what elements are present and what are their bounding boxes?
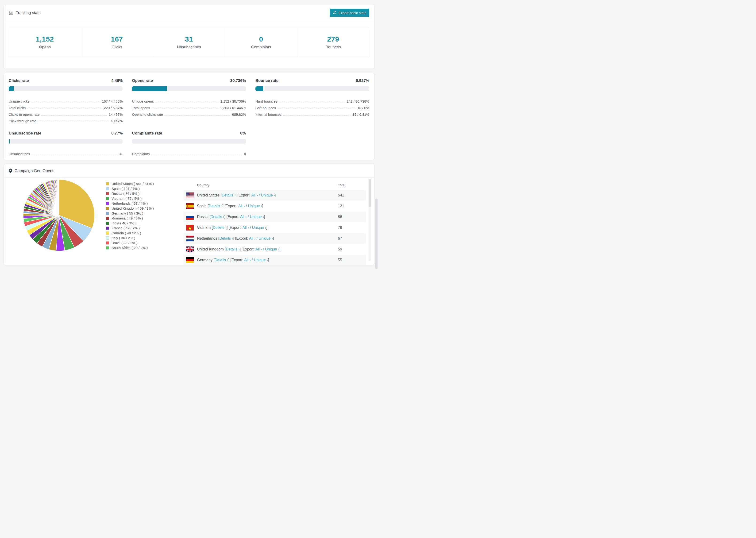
rate-section-complaints-rate: Complaints rate0%Complaints0 — [132, 131, 246, 156]
rate-row-value: 4.147% — [111, 119, 123, 123]
legend-label: Netherlands ( 67 / 4% ) — [112, 201, 148, 205]
rate-title: Bounce rate — [255, 79, 279, 83]
country-cell: United Kingdom [Details ›] [Export: All … — [197, 247, 280, 251]
dotted-leader — [283, 115, 351, 116]
legend-item-russia[interactable]: Russia ( 86 / 5% ) — [106, 191, 183, 196]
export-all-link[interactable]: All › — [243, 226, 249, 230]
summary-label: Complaints — [251, 45, 271, 50]
progress-bar-fill — [9, 86, 14, 91]
legend-item-france[interactable]: France ( 42 / 2% ) — [106, 226, 183, 231]
bracket: ] [ — [223, 204, 226, 208]
table-scrollbar-thumb[interactable] — [369, 179, 371, 207]
legend-swatch — [106, 222, 109, 225]
page-scrollbar-thumb[interactable] — [375, 198, 378, 269]
slash: / — [249, 226, 252, 230]
slash: / — [258, 193, 261, 197]
export-unique-link[interactable]: Unique › — [261, 193, 275, 197]
bracket: ] [ — [236, 193, 239, 197]
legend-item-netherlands[interactable]: Netherlands ( 67 / 4% ) — [106, 201, 183, 206]
table-row: United Kingdom [Details ›] [Export: All … — [183, 244, 366, 255]
details-link[interactable]: Details › — [213, 226, 227, 230]
rate-title: Clicks rate — [9, 79, 29, 83]
export-prefix: Export: — [228, 215, 240, 219]
rate-row-value: 242 / 86.738% — [347, 99, 369, 103]
summary-label: Clicks — [112, 45, 122, 50]
legend-item-romania[interactable]: Romania ( 49 / 3% ) — [106, 216, 183, 221]
summary-value: 1,152 — [36, 35, 54, 43]
country-cell: United States [Details ›] [Export: All ›… — [197, 193, 276, 197]
rate-row-value: 14.497% — [109, 112, 123, 116]
rate-row-value: 31 — [119, 152, 123, 156]
progress-bar-fill — [132, 86, 167, 91]
export-all-link[interactable]: All › — [249, 237, 255, 241]
rate-row: Total opens2,303 / 61.446% — [132, 103, 246, 110]
tracking-stats-title: Tracking stats — [9, 11, 40, 15]
legend-item-south-africa[interactable]: South Africa ( 29 / 2% ) — [106, 245, 183, 250]
rate-row-value: 19 / 6.81% — [352, 112, 369, 116]
total-cell: 121 — [338, 204, 366, 208]
details-link[interactable]: Details › — [222, 193, 236, 197]
page-title: Tracking stats — [16, 11, 40, 15]
details-link[interactable]: Details › — [226, 247, 240, 251]
export-unique-link[interactable]: Unique › — [265, 247, 279, 251]
rate-head: Unsubscribe rate0.77% — [9, 131, 123, 136]
country-name: Spain — [197, 204, 207, 208]
progress-bar-track — [255, 86, 369, 91]
export-prefix: Export: — [239, 193, 251, 197]
country-name: United States — [197, 193, 221, 197]
slash: / — [262, 247, 265, 251]
export-all-link[interactable]: All › — [251, 193, 258, 197]
export-all-link[interactable]: All › — [255, 247, 262, 251]
flag-icon-ru — [186, 214, 194, 220]
summary-cell-bounces: 279Bounces — [297, 28, 369, 57]
export-all-link[interactable]: All › — [240, 215, 247, 219]
bracket: ] [ — [228, 258, 231, 262]
legend-item-brazil[interactable]: Brazil ( 33 / 2% ) — [106, 241, 183, 245]
export-unique-link[interactable]: Unique › — [250, 215, 264, 219]
legend-label: Italy ( 36 / 2% ) — [112, 236, 135, 240]
total-cell: 55 — [338, 258, 366, 262]
details-link[interactable]: Details › — [219, 237, 233, 241]
legend-swatch — [106, 187, 109, 190]
table-row: Germany [Details ›] [Export: All › / Uni… — [183, 255, 366, 265]
export-all-link[interactable]: All › — [238, 204, 245, 208]
tracking-stats-header: Tracking stats Export basic stats — [4, 4, 374, 21]
export-all-link[interactable]: All › — [244, 258, 251, 262]
table-scrollbar[interactable] — [369, 179, 371, 261]
export-unique-link[interactable]: Unique › — [254, 258, 268, 262]
details-link[interactable]: Details › — [215, 258, 229, 262]
legend-item-vietnam[interactable]: Vietnam ( 79 / 5% ) — [106, 196, 183, 201]
rate-row: Opens to clicks rate689.82% — [132, 110, 246, 116]
bracket: ] [ — [240, 247, 243, 251]
export-unique-link[interactable]: Unique › — [258, 237, 273, 241]
rate-row-label: Soft bounces — [255, 106, 276, 110]
rate-rows: Unsubscribes31 — [9, 149, 123, 156]
summary-cell-complaints: 0Complaints — [225, 28, 297, 57]
legend-item-canada[interactable]: Canada ( 40 / 2% ) — [106, 231, 183, 236]
details-link[interactable]: Details › — [211, 215, 225, 219]
legend-label: Vietnam ( 79 / 5% ) — [112, 196, 141, 200]
legend-item-germany[interactable]: Germany ( 55 / 3% ) — [106, 211, 183, 216]
export-unique-link[interactable]: Unique › — [248, 204, 262, 208]
rate-value: 30.736% — [230, 79, 246, 83]
rate-row-label: Click through rate — [9, 119, 36, 123]
geo-table-header: Country Total — [183, 180, 366, 190]
geo-country-table: Country Total United States [Details ›] … — [183, 180, 366, 265]
dotted-leader — [27, 109, 102, 109]
rate-head: Complaints rate0% — [132, 131, 246, 136]
legend-item-italy[interactable]: Italy ( 36 / 2% ) — [106, 236, 183, 241]
export-basic-stats-button[interactable]: Export basic stats — [330, 9, 369, 17]
legend-swatch — [106, 202, 109, 205]
rate-row-label: Hard bounces — [255, 99, 277, 103]
details-link[interactable]: Details › — [209, 204, 223, 208]
geo-pie-legend: United States ( 541 / 31% )Spain ( 121 /… — [106, 181, 183, 250]
dotted-leader — [278, 109, 356, 109]
legend-item-india[interactable]: India ( 46 / 3% ) — [106, 221, 183, 226]
legend-item-united-kingdom[interactable]: United Kingdom ( 59 / 3% ) — [106, 206, 183, 211]
legend-item-spain[interactable]: Spain ( 121 / 7% ) — [106, 186, 183, 191]
rate-title: Opens rate — [132, 79, 153, 83]
geo-content: United States ( 541 / 31% )Spain ( 121 /… — [4, 178, 374, 263]
legend-item-united-states[interactable]: United States ( 541 / 31% ) — [106, 181, 183, 186]
export-unique-link[interactable]: Unique › — [252, 226, 266, 230]
export-prefix: Export: — [236, 237, 249, 241]
